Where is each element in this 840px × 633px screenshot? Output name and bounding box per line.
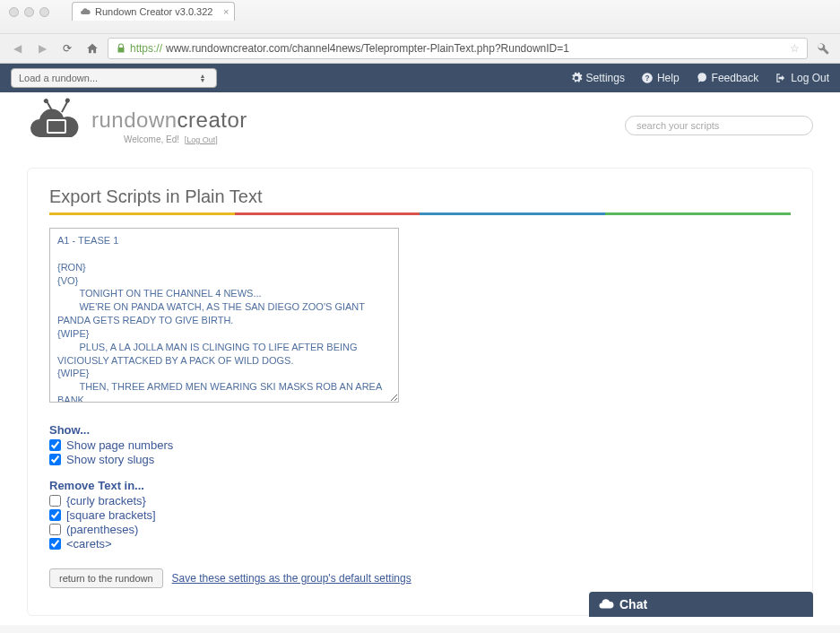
settings-label: Settings: [586, 72, 625, 84]
checkbox-curly[interactable]: [49, 495, 61, 507]
options-section: Show... Show page numbers Show story slu…: [49, 423, 791, 551]
reload-button[interactable]: ⟳: [57, 39, 77, 58]
logout-link[interactable]: Log Out: [775, 72, 829, 84]
opt-carets[interactable]: <carets>: [49, 537, 791, 551]
rundown-loader-label: Load a rundown...: [19, 73, 98, 83]
feedback-icon: [696, 72, 708, 84]
tab-title: Rundown Creator v3.0.322: [95, 6, 212, 17]
url-text: www.rundowncreator.com/channel4news/Tele…: [166, 42, 569, 55]
logout-label: Log Out: [791, 72, 829, 84]
rundown-loader-select[interactable]: Load a rundown... ▲▼: [11, 68, 217, 88]
help-link[interactable]: ? Help: [641, 72, 680, 84]
help-label: Help: [657, 72, 680, 84]
browser-tab[interactable]: Rundown Creator v3.0.322 ×: [72, 2, 235, 21]
welcome-text: Welcome, Ed! [Log Out]: [124, 134, 247, 144]
url-bar-row: ◀ ▶ ⟳ https:// www.rundowncreator.com/ch…: [0, 33, 840, 63]
select-arrows-icon: ▲▼: [196, 74, 209, 82]
remove-header: Remove Text in...: [49, 479, 791, 492]
logo-text: rundowncreator: [91, 108, 247, 133]
svg-text:?: ?: [645, 74, 649, 82]
settings-link[interactable]: Settings: [570, 72, 625, 84]
search-placeholder: search your scripts: [636, 120, 719, 131]
checkbox-paren[interactable]: [49, 524, 61, 535]
feedback-label: Feedback: [712, 72, 759, 84]
checkbox-page-numbers[interactable]: [49, 439, 61, 451]
logo-cloud-tv-icon: [27, 105, 84, 146]
header-logout-link[interactable]: [Log Out]: [185, 135, 218, 144]
svg-rect-3: [48, 121, 65, 132]
title-underline: [49, 212, 791, 215]
logo[interactable]: rundowncreator Welcome, Ed! [Log Out]: [27, 105, 247, 146]
help-icon: ?: [641, 72, 654, 84]
chat-cloud-icon: [598, 596, 614, 612]
home-button[interactable]: [82, 39, 102, 58]
save-defaults-link[interactable]: Save these settings as the group's defau…: [172, 572, 411, 585]
opt-page-numbers[interactable]: Show page numbers: [49, 438, 791, 452]
header: rundowncreator Welcome, Ed! [Log Out] se…: [0, 92, 840, 159]
cloud-icon: [80, 6, 91, 17]
bookmark-star-icon[interactable]: ☆: [790, 42, 800, 55]
checkbox-story-slugs[interactable]: [49, 454, 61, 465]
opt-square[interactable]: [square brackets]: [49, 508, 791, 522]
return-button[interactable]: return to the rundown: [49, 568, 163, 588]
show-header: Show...: [49, 423, 791, 437]
opt-paren[interactable]: (parentheses): [49, 523, 791, 536]
url-protocol: https://: [130, 42, 162, 55]
browser-chrome: Rundown Creator v3.0.322 × ◀ ▶ ⟳ https:/…: [0, 0, 840, 64]
back-button[interactable]: ◀: [7, 39, 27, 58]
feedback-link[interactable]: Feedback: [696, 72, 759, 84]
tab-close-icon[interactable]: ×: [223, 6, 229, 17]
app-toolbar: Load a rundown... ▲▼ Settings ? Help Fee…: [0, 64, 840, 92]
chat-label: Chat: [619, 597, 647, 611]
opt-story-slugs[interactable]: Show story slugs: [49, 453, 791, 466]
content-card: Export Scripts in Plain Text Show... Sho…: [27, 168, 813, 616]
page-title: Export Scripts in Plain Text: [49, 186, 791, 207]
script-textarea[interactable]: [49, 228, 399, 403]
chat-bar[interactable]: Chat: [589, 592, 813, 617]
lock-icon: [116, 43, 126, 54]
logout-icon: [775, 72, 787, 84]
url-bar[interactable]: https:// www.rundowncreator.com/channel4…: [108, 38, 808, 59]
checkbox-carets[interactable]: [49, 538, 61, 550]
wrench-menu-icon[interactable]: [813, 39, 833, 58]
checkbox-square[interactable]: [49, 509, 61, 521]
opt-curly[interactable]: {curly brackets}: [49, 494, 791, 507]
search-input[interactable]: search your scripts: [625, 116, 813, 135]
forward-button: ▶: [32, 39, 52, 58]
gear-icon: [570, 72, 583, 84]
